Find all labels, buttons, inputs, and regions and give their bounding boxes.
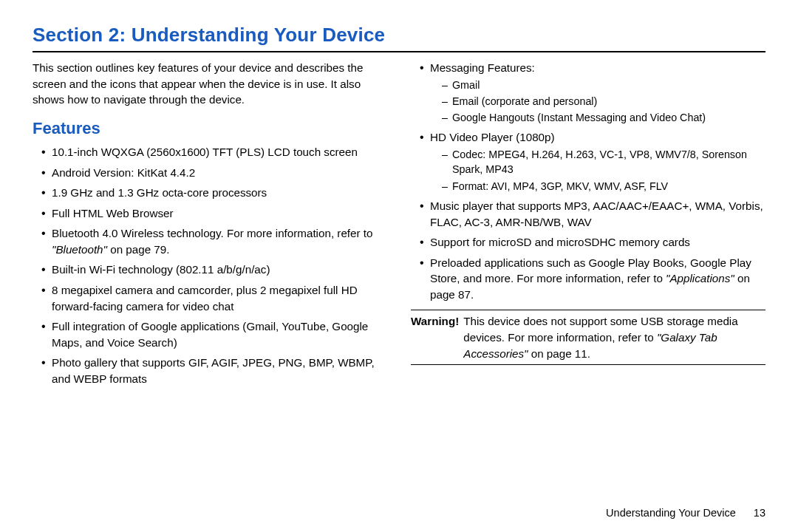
feature-item: Built-in Wi-Fi technology (802.11 a/b/g/…: [41, 262, 387, 278]
feature-item: Support for microSD and microSDHC memory…: [420, 234, 765, 250]
left-column: This section outlines key features of yo…: [33, 60, 387, 391]
sub-item: Gmail: [442, 78, 765, 92]
sub-item: Email (corporate and personal): [442, 94, 765, 109]
text: on page 79.: [107, 243, 169, 256]
feature-item: Full HTML Web Browser: [41, 205, 387, 222]
footer-section-name: Understanding Your Device: [606, 507, 736, 519]
feature-item: 1.9 GHz and 1.3 GHz octa-core processors: [41, 185, 387, 201]
feature-item: Bluetooth 4.0 Wireless technology. For m…: [41, 225, 387, 257]
feature-item: 10.1-inch WQXGA (2560x1600) TFT (PLS) LC…: [41, 144, 387, 160]
right-column: Messaging Features: Gmail Email (corpora…: [411, 60, 765, 391]
video-sublist: Codec: MPEG4, H.264, H.263, VC-1, VP8, W…: [430, 147, 765, 194]
text: Messaging Features:: [430, 61, 535, 74]
manual-page: Section 2: Understanding Your Device Thi…: [0, 0, 798, 532]
cross-ref: "Applications": [666, 272, 734, 284]
intro-paragraph: This section outlines key features of yo…: [33, 60, 387, 108]
section-title: Section 2: Understanding Your Device: [33, 24, 765, 47]
warning-body: This device does not support some USB st…: [463, 313, 765, 361]
page-footer: Understanding Your Device 13: [606, 507, 765, 519]
page-number: 13: [754, 507, 765, 519]
warning-box: Warning! This device does not support so…: [411, 310, 765, 365]
feature-item: Music player that supports MP3, AAC/AAC+…: [420, 198, 765, 230]
feature-item: HD Video Player (1080p) Codec: MPEG4, H.…: [420, 129, 765, 193]
title-rule: [33, 51, 765, 52]
messaging-sublist: Gmail Email (corporate and personal) Goo…: [430, 78, 765, 126]
sub-item: Format: AVI, MP4, 3GP, MKV, WMV, ASF, FL…: [442, 179, 765, 194]
feature-item: Android Version: KitKat 4.4.2: [41, 165, 387, 181]
text: Bluetooth 4.0 Wireless technology. For m…: [52, 227, 372, 239]
feature-item: Messaging Features: Gmail Email (corpora…: [420, 60, 765, 125]
feature-item: Preloaded applications such as Google Pl…: [420, 255, 765, 303]
sub-item: Codec: MPEG4, H.264, H.263, VC-1, VP8, W…: [442, 147, 765, 177]
features-heading: Features: [33, 117, 387, 140]
feature-item: Full integration of Google applications …: [41, 318, 387, 350]
text: on page 11.: [528, 347, 590, 360]
text: HD Video Player (1080p): [430, 131, 555, 143]
warning-label: Warning!: [411, 313, 463, 361]
cross-ref: "Bluetooth": [52, 243, 107, 256]
content-columns: This section outlines key features of yo…: [33, 60, 765, 391]
features-list-right: Messaging Features: Gmail Email (corpora…: [411, 60, 765, 302]
feature-item: 8 megapixel camera and camcorder, plus 2…: [41, 282, 387, 314]
sub-item: Google Hangouts (Instant Messaging and V…: [442, 110, 765, 125]
features-list-left: 10.1-inch WQXGA (2560x1600) TFT (PLS) LC…: [33, 144, 387, 387]
feature-item: Photo gallery that supports GIF, AGIF, J…: [41, 355, 387, 386]
